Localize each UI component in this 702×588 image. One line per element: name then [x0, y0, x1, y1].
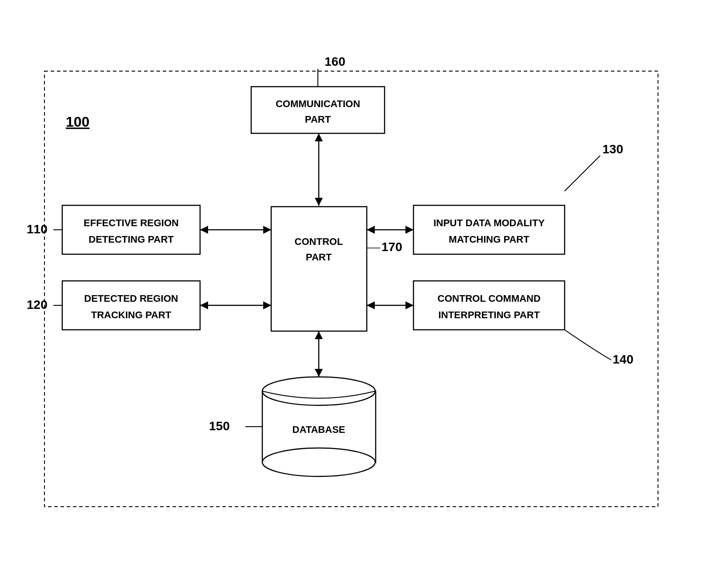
control-command-label: CONTROL COMMAND: [437, 293, 541, 304]
svg-marker-15: [405, 226, 413, 234]
svg-marker-6: [315, 133, 323, 141]
input-data-box: [413, 205, 565, 254]
control-command-box: [413, 281, 565, 330]
communication-part-label2: PART: [305, 114, 331, 125]
control-part-box: [271, 207, 367, 331]
database-label: DATABASE: [293, 424, 345, 435]
input-data-label2: MATCHING PART: [449, 234, 530, 245]
control-part-label2: PART: [306, 252, 332, 263]
svg-marker-19: [367, 301, 375, 309]
communication-part-label: COMMUNICATION: [276, 98, 360, 109]
ref-150: 150: [209, 419, 230, 433]
svg-marker-21: [315, 331, 323, 339]
svg-marker-7: [315, 198, 323, 206]
svg-marker-16: [367, 226, 375, 234]
diagram-container: 100 COMMUNICATION PART CONTROL PART EFFE…: [0, 0, 702, 588]
ref-170: 170: [381, 240, 402, 254]
ref-130: 130: [602, 142, 623, 156]
detected-region-label: DETECTED REGION: [84, 293, 178, 304]
system-ref-label: 100: [66, 114, 89, 130]
ref-140: 140: [613, 352, 634, 366]
ref-160: 160: [325, 55, 345, 68]
svg-marker-10: [263, 226, 271, 234]
control-part-label: CONTROL: [295, 236, 343, 247]
svg-marker-12: [200, 301, 208, 309]
effective-region-label: EFFECTIVE REGION: [84, 217, 179, 228]
control-command-label2: INTERPRETING PART: [438, 309, 540, 320]
database-top-ellipse: [262, 377, 375, 405]
database-bottom-ellipse: [262, 448, 375, 476]
svg-marker-18: [405, 301, 413, 309]
communication-part-box: [251, 87, 385, 133]
effective-region-label2: DETECTING PART: [88, 234, 174, 245]
effective-region-box: [62, 205, 200, 254]
svg-marker-13: [263, 301, 271, 309]
svg-marker-22: [315, 369, 323, 377]
detected-region-label2: TRACKING PART: [91, 309, 172, 320]
svg-marker-9: [200, 226, 208, 234]
input-data-label: INPUT DATA MODALITY: [433, 217, 545, 228]
detected-region-box: [62, 281, 200, 330]
